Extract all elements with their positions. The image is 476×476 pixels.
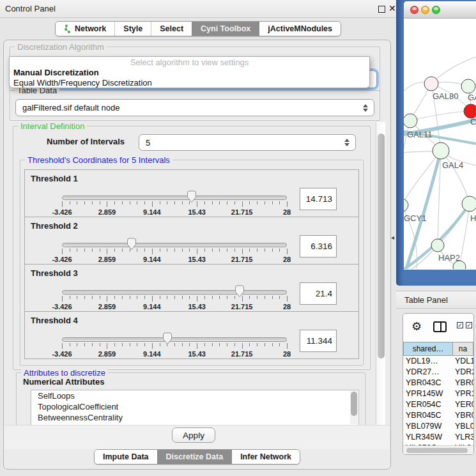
cell-name[interactable]: YPR1	[453, 388, 473, 399]
cell-name[interactable]: YER0	[453, 399, 473, 410]
network-node[interactable]	[404, 199, 408, 211]
network-node[interactable]	[433, 142, 449, 159]
split-columns-icon[interactable]	[433, 321, 447, 332]
cell-shared-name[interactable]: YDR27…	[403, 367, 453, 378]
settings-vertical-scrollbar[interactable]	[376, 122, 385, 427]
tab-jactivemnodules[interactable]: jActiveMNodules	[259, 22, 341, 36]
tab-infer-network[interactable]: Infer Network	[231, 450, 300, 464]
close-icon[interactable]: ✕	[388, 3, 396, 13]
cell-shared-name[interactable]: YDL19…	[403, 356, 453, 367]
slider-thumb[interactable]	[162, 332, 173, 345]
attribute-items: SelfLoopsTopologicalCoefficientBetweenne…	[31, 390, 358, 423]
table-row[interactable]: YBR043CYBR0	[403, 378, 473, 388]
slider-thumb[interactable]	[234, 285, 245, 298]
network-window-titlebar[interactable]	[404, 1, 476, 19]
cell-name[interactable]: YBR0	[453, 378, 473, 388]
bottom-tabbar: Impute Data Discretize Data Infer Networ…	[4, 449, 390, 464]
table-row[interactable]: YDR27…YDR2	[403, 367, 473, 378]
network-canvas[interactable]: GAL80GACGAL11GAL4GCY1HHAP2	[404, 19, 476, 269]
network-node[interactable]	[464, 104, 476, 118]
node-label: GA	[468, 93, 476, 102]
cell-shared-name[interactable]: YER054C	[403, 399, 453, 410]
threshold-value-field[interactable]: 11.344	[300, 330, 337, 352]
minimize-traffic-light-icon[interactable]	[421, 6, 429, 14]
cell-name[interactable]: YDL1	[453, 356, 473, 367]
column-header-name[interactable]: na	[453, 342, 473, 356]
table-panel-titlebar: Table Panel	[396, 291, 476, 309]
tab-label: Cyni Toolbox	[201, 24, 250, 33]
cell-shared-name[interactable]: YLR345W	[403, 432, 453, 443]
column-header-shared[interactable]: shared…	[403, 342, 453, 356]
attributes-scrollbar[interactable]	[350, 391, 358, 424]
scrollbar-thumb[interactable]	[406, 448, 468, 453]
dropdown-option-equal-width[interactable]: Equal Width/Frequency Discretization	[10, 78, 369, 88]
threshold-value-field[interactable]: 14.713	[300, 188, 337, 210]
float-window-icon[interactable]	[378, 6, 385, 13]
cell-name[interactable]: YLR3	[453, 432, 473, 443]
slider-track[interactable]	[62, 290, 287, 295]
zoom-traffic-light-icon[interactable]	[432, 6, 440, 14]
threshold-panel: Threshold 4-3.4262.8599.14415.4321.71528…	[24, 311, 359, 359]
scrollbar-thumb[interactable]	[351, 392, 357, 416]
cell-name[interactable]: YBR0	[453, 410, 473, 421]
tab-network[interactable]: Network	[56, 22, 114, 36]
network-node[interactable]	[431, 239, 444, 252]
network-window: GAL80GACGAL11GAL4GCY1HHAP2	[404, 1, 476, 270]
network-edge[interactable]	[410, 111, 471, 121]
mouse-cursor: ◂	[391, 234, 394, 241]
table-row[interactable]: YBR045CYBR0	[403, 410, 473, 421]
threshold-slider[interactable]	[62, 312, 287, 360]
cell-shared-name[interactable]: YPR145W	[403, 388, 453, 399]
number-of-intervals-combobox[interactable]: 5	[139, 134, 356, 151]
tab-cyni-toolbox[interactable]: Cyni Toolbox	[192, 22, 259, 36]
scrollbar-thumb[interactable]	[378, 134, 385, 358]
cell-shared-name[interactable]: YBL079W	[403, 421, 453, 432]
attribute-item[interactable]: TopologicalCoefficient	[31, 401, 358, 412]
slider-track[interactable]	[62, 243, 287, 247]
tab-impute-data[interactable]: Impute Data	[95, 450, 157, 464]
threshold-slider[interactable]	[62, 265, 287, 312]
cell-shared-name[interactable]: YBR045C	[403, 410, 453, 421]
table-row[interactable]: YER054CYER0	[403, 399, 473, 410]
tab-style[interactable]: Style	[114, 22, 151, 36]
checkbox-icon[interactable]: ✓	[457, 322, 463, 328]
threshold-slider[interactable]	[62, 217, 287, 265]
gear-icon[interactable]: ⚙	[411, 319, 422, 334]
table-horizontal-scrollbar[interactable]	[403, 445, 473, 454]
table-data-combobox[interactable]: galFiltered.sif default node	[15, 99, 374, 116]
cell-shared-name[interactable]: YBR043C	[403, 378, 453, 388]
node-label: GCY1	[404, 213, 426, 223]
tab-discretize-data[interactable]: Discretize Data	[157, 450, 232, 464]
table-row[interactable]: YPR145WYPR1	[403, 388, 473, 399]
dropdown-option-manual[interactable]: Manual Discretization	[10, 68, 369, 78]
apply-button[interactable]: Apply	[172, 427, 215, 443]
slider-thumb[interactable]	[187, 190, 197, 203]
network-edge[interactable]	[441, 151, 470, 204]
network-node[interactable]	[462, 196, 476, 211]
slider-thumb[interactable]	[127, 238, 137, 250]
table-toolbar: ⚙ ✓ ✓	[403, 314, 473, 341]
threshold-slider[interactable]	[62, 170, 287, 218]
table-row[interactable]: YLR345WYLR3	[403, 432, 473, 443]
network-node[interactable]	[424, 77, 438, 91]
network-node[interactable]	[461, 79, 475, 93]
table-row[interactable]: YDL19…YDL1	[403, 356, 473, 367]
cell-name[interactable]: YDR2	[453, 367, 473, 378]
numerical-attributes-list[interactable]: SelfLoopsTopologicalCoefficientBetweenne…	[31, 390, 359, 426]
attribute-item[interactable]: SelfLoops	[31, 390, 358, 401]
close-traffic-light-icon[interactable]	[410, 6, 418, 14]
tab-label: jActiveMNodules	[268, 24, 332, 33]
checkbox-icon[interactable]: ✓	[466, 322, 472, 328]
cell-name[interactable]: YBL0	[453, 421, 473, 432]
threshold-value-field[interactable]: 21.4	[300, 282, 337, 305]
attribute-item[interactable]: BetweennessCentrality	[31, 412, 358, 423]
attributes-to-discretize-group: Attributes to discretize Numerical Attri…	[16, 372, 365, 427]
threshold-panel: Threshold 1-3.4262.8599.14415.4321.71528…	[24, 169, 359, 217]
threshold-value-field[interactable]: 6.316	[300, 235, 337, 257]
tab-select[interactable]: Select	[151, 22, 192, 36]
table-row[interactable]: YBL079WYBL0	[403, 421, 473, 432]
slider-track[interactable]	[62, 337, 287, 342]
network-node[interactable]	[404, 114, 417, 128]
slider-track[interactable]	[62, 196, 287, 200]
table-data-group: Table Data galFiltered.sif default node	[10, 90, 380, 121]
